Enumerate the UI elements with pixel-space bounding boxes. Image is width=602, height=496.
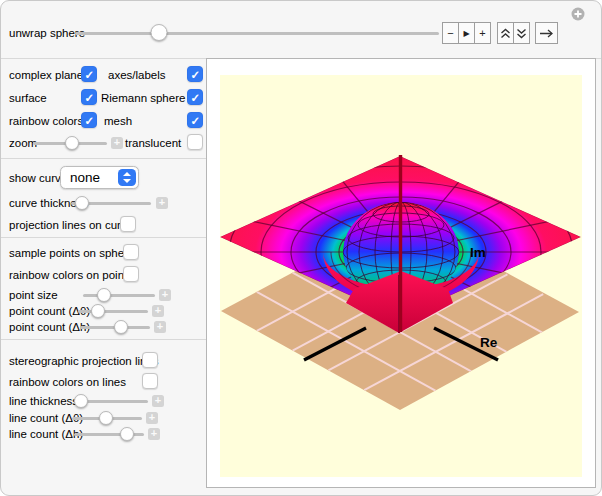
unwrap-sphere-label: unwrap sphere — [9, 25, 85, 41]
point-size-label: point size — [9, 287, 58, 303]
complex-plane-checkbox[interactable] — [81, 66, 97, 82]
section-divider — [1, 237, 206, 238]
surface-label: surface — [9, 90, 47, 106]
line-thickness-stepper-button[interactable]: + — [152, 395, 164, 407]
sample-points-label: sample points on sphere — [9, 245, 134, 261]
double-chevron-down-icon — [516, 28, 527, 39]
sidebar: complex plane axes/labels surface Rieman… — [1, 58, 206, 495]
plus-circle-icon — [571, 7, 585, 21]
point-count-h-stepper-button[interactable]: + — [154, 321, 166, 333]
re-axis-label: Re — [480, 335, 498, 350]
slower-button[interactable]: − — [442, 22, 459, 44]
point-size-slider[interactable] — [83, 287, 155, 303]
curve-thickness-slider[interactable] — [71, 195, 151, 211]
stereographic-projection-lines-checkbox[interactable] — [142, 352, 158, 368]
line-thickness-label: line thickness — [9, 393, 78, 409]
zoom-stepper-button[interactable]: + — [111, 137, 123, 149]
step-forward-button[interactable] — [535, 22, 558, 44]
point-count-h-label: point count (Δh) — [9, 319, 90, 335]
double-chevron-up-icon — [500, 28, 511, 39]
line-count-h-label: line count (Δh) — [9, 426, 83, 442]
plot-panel: Im Re — [206, 58, 596, 488]
play-icon: ▶ — [463, 29, 469, 38]
rainbow-colors-on-points-label: rainbow colors on points — [9, 267, 133, 283]
line-count-theta-slider[interactable] — [72, 410, 142, 426]
section-divider — [1, 339, 206, 340]
riemann-sphere-label: Riemann sphere — [101, 90, 185, 106]
speed-up-button[interactable] — [497, 22, 514, 44]
expand-options-button[interactable] — [571, 7, 585, 23]
slider-track[interactable] — [75, 32, 439, 35]
unwrap-sphere-slider[interactable] — [75, 24, 439, 42]
rainbow-colors-on-lines-label: rainbow colors on lines — [9, 374, 126, 390]
axes-labels-label: axes/labels — [108, 67, 166, 83]
sample-points-checkbox[interactable] — [123, 244, 139, 260]
line-count-h-slider[interactable] — [74, 426, 144, 442]
line-thickness-slider[interactable] — [74, 393, 148, 409]
riemann-sphere-3d-graphic[interactable]: Im Re — [220, 75, 582, 477]
demonstration-window: unwrap sphere − ▶ + complex plane axes/l… — [0, 0, 602, 496]
axes-labels-checkbox[interactable] — [187, 66, 203, 82]
popup-chevrons-icon — [118, 169, 136, 186]
complex-plane-label: complex plane — [9, 67, 83, 83]
mesh-label: mesh — [104, 113, 132, 129]
slider-thumb[interactable] — [150, 24, 167, 41]
play-button[interactable]: ▶ — [458, 22, 475, 44]
mesh-checkbox[interactable] — [187, 112, 203, 128]
rainbow-colors-checkbox[interactable] — [81, 112, 97, 128]
im-axis-label: Im — [470, 245, 486, 260]
rainbow-colors-on-points-checkbox[interactable] — [123, 266, 139, 282]
point-count-theta-slider[interactable] — [78, 303, 148, 319]
point-count-h-slider[interactable] — [80, 319, 150, 335]
curve-thickness-stepper-button[interactable]: + — [156, 197, 168, 209]
translucent-checkbox[interactable] — [187, 134, 203, 150]
show-curve-dropdown[interactable]: none — [60, 166, 139, 189]
line-count-h-stepper-button[interactable]: + — [148, 428, 160, 440]
faster-button[interactable]: + — [474, 22, 491, 44]
arrow-right-icon — [539, 29, 554, 38]
show-curve-label: show curve — [9, 170, 67, 186]
speed-down-button[interactable] — [513, 22, 530, 44]
plot-area: Im Re — [220, 75, 582, 477]
line-count-theta-stepper-button[interactable]: + — [146, 412, 158, 424]
show-curve-value: none — [70, 169, 100, 187]
zoom-slider[interactable] — [33, 135, 107, 151]
rainbow-colors-label: rainbow colors — [9, 113, 83, 129]
point-count-theta-stepper-button[interactable]: + — [152, 305, 164, 317]
section-divider — [1, 158, 206, 159]
rainbow-colors-on-lines-checkbox[interactable] — [142, 373, 158, 389]
projection-lines-on-curve-label: projection lines on curve — [9, 217, 133, 233]
point-size-stepper-button[interactable]: + — [159, 289, 171, 301]
translucent-label: translucent — [125, 135, 181, 151]
riemann-sphere-checkbox[interactable] — [187, 89, 203, 105]
projection-lines-on-curve-checkbox[interactable] — [120, 216, 136, 232]
stereographic-projection-lines-label: stereographic projection lines — [9, 353, 159, 369]
surface-checkbox[interactable] — [81, 89, 97, 105]
